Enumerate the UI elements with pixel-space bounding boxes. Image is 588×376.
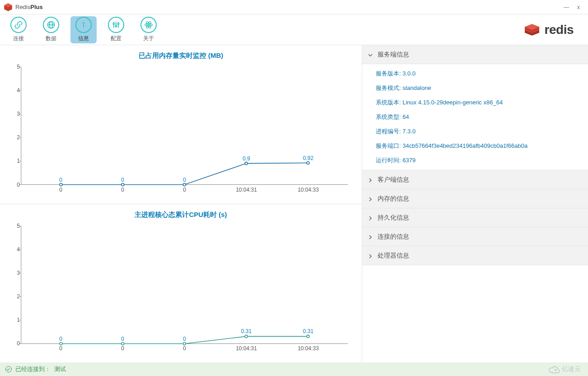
accordion-header-connection-info[interactable]: 连接的信息 <box>362 227 588 246</box>
main-area: 已占用内存量实时监控 (MB) 01234500010:04:3110:04:3… <box>0 45 588 362</box>
chevron-right-icon <box>368 253 373 258</box>
accordion-label: 持久化信息 <box>378 214 409 222</box>
status-target: 测试 <box>54 365 66 373</box>
svg-point-8 <box>113 23 114 24</box>
chart-title: 主进程核心态累计CPU耗时 (s) <box>4 211 358 219</box>
cpu-chart: 主进程核心态累计CPU耗时 (s) 01234500010:04:3110:04… <box>0 204 362 363</box>
close-button[interactable]: x <box>577 4 580 10</box>
toolbar-label: 连接 <box>13 35 24 42</box>
atom-icon <box>140 17 157 33</box>
chevron-right-icon <box>368 196 373 202</box>
redis-logo: redis <box>523 23 583 37</box>
toolbar-label: 关于 <box>143 35 154 42</box>
accordion-label: 内存的信息 <box>378 195 409 203</box>
accordion-body-server-info: 服务版本: 3.0.0 服务模式: standalone 系统版本: Linux… <box>362 64 588 170</box>
info-icon <box>75 17 92 33</box>
watermark: 亿速云 <box>548 363 581 375</box>
chevron-right-icon <box>368 234 373 240</box>
globe-icon <box>43 17 59 33</box>
accordion-header-persistence-info[interactable]: 持久化信息 <box>362 208 588 227</box>
accordion-header-processor-info[interactable]: 处理器信息 <box>362 246 588 265</box>
svg-point-24 <box>121 183 124 186</box>
toolbar-item-info[interactable]: 信息 <box>70 16 97 43</box>
toolbar-item-data[interactable]: 数据 <box>38 16 64 43</box>
accordion-header-memory-info[interactable]: 内存的信息 <box>362 189 588 208</box>
accordion-label: 客户端信息 <box>378 176 409 184</box>
info-line: 服务版本: 3.0.0 <box>376 70 588 78</box>
status-prefix: 已经连接到： <box>15 365 51 373</box>
window-controls: — x <box>564 4 584 10</box>
accordion-header-client-info[interactable]: 客户端信息 <box>362 170 588 189</box>
chevron-right-icon <box>368 215 373 221</box>
svg-point-38 <box>183 342 186 345</box>
svg-point-27 <box>307 162 309 164</box>
svg-point-14 <box>148 24 149 26</box>
info-line: 系统类型: 64 <box>376 113 588 121</box>
svg-point-3 <box>83 23 84 24</box>
link-icon <box>10 17 27 33</box>
toolbar: 连接 数据 信息 配置 关于 redis <box>0 14 588 45</box>
info-line: 运行时间: 6379 <box>376 156 588 164</box>
toolbar-label: 信息 <box>78 35 89 42</box>
accordion-label: 服务端信息 <box>378 51 409 59</box>
minimize-button[interactable]: — <box>564 4 569 10</box>
svg-point-9 <box>115 25 117 27</box>
app-icon <box>4 3 13 12</box>
svg-point-41 <box>555 369 556 371</box>
app-title-left: Redis <box>15 4 30 10</box>
svg-point-39 <box>245 335 247 338</box>
check-circle-icon <box>5 366 12 372</box>
app-title: RedisPlus <box>15 4 43 10</box>
side-panel: 服务端信息 服务版本: 3.0.0 服务模式: standalone 系统版本:… <box>362 45 588 362</box>
svg-point-37 <box>121 342 124 345</box>
info-line: 服务模式: standalone <box>376 84 588 92</box>
svg-point-23 <box>60 183 62 186</box>
info-line: 系统版本: Linux 4.15.0-29deepin-generic x86_… <box>376 99 588 107</box>
svg-point-26 <box>245 162 247 165</box>
info-line: 服务端口: 34cb57664f3e4bed234196afb409cb0a1f… <box>376 142 588 150</box>
accordion-label: 连接的信息 <box>378 233 409 241</box>
accordion-header-server-info[interactable]: 服务端信息 <box>362 45 588 64</box>
sidepanel-spacer <box>362 265 588 362</box>
chart-plot-area: 01234500010:04:3110:04:330000.310.31 <box>21 226 348 344</box>
svg-point-40 <box>307 335 309 338</box>
titlebar: RedisPlus — x <box>0 0 588 14</box>
redis-cube-icon <box>523 23 541 37</box>
toolbar-item-connect[interactable]: 连接 <box>5 16 32 43</box>
sliders-icon <box>108 17 124 33</box>
cloud-icon <box>548 363 560 375</box>
chevron-down-icon <box>368 52 373 57</box>
status-bar: 已经连接到： 测试 <box>0 362 588 376</box>
chart-title: 已占用内存量实时监控 (MB) <box>4 52 358 60</box>
svg-point-36 <box>60 342 62 345</box>
watermark-text: 亿速云 <box>562 365 581 373</box>
toolbar-label: 数据 <box>46 35 56 42</box>
toolbar-item-config[interactable]: 配置 <box>103 16 129 43</box>
chart-plot-area: 01234500010:04:3110:04:330000.90.92 <box>21 67 348 185</box>
toolbar-label: 配置 <box>111 35 121 42</box>
svg-point-25 <box>183 183 186 186</box>
toolbar-item-about[interactable]: 关于 <box>135 16 162 43</box>
memory-chart: 已占用内存量实时监控 (MB) 01234500010:04:3110:04:3… <box>0 45 362 204</box>
charts-panel: 已占用内存量实时监控 (MB) 01234500010:04:3110:04:3… <box>0 45 362 362</box>
chevron-right-icon <box>368 177 373 183</box>
accordion-label: 处理器信息 <box>378 252 409 260</box>
redis-logo-text: redis <box>545 23 574 37</box>
svg-point-10 <box>117 23 119 24</box>
app-title-right: Plus <box>30 4 42 10</box>
info-line: 进程编号: 7.3.0 <box>376 127 588 136</box>
